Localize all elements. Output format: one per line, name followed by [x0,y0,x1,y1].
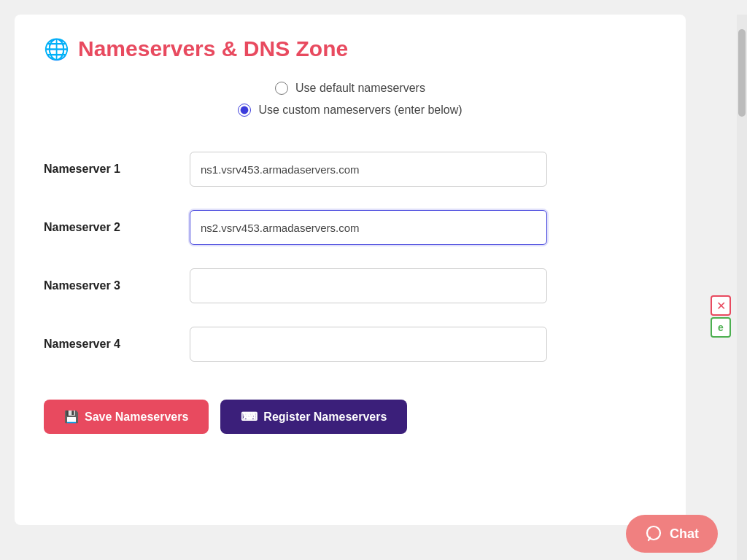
save-icon: 💾 [64,410,79,424]
radio-custom-input[interactable] [238,104,251,117]
globe-icon: 🌐 [44,37,69,61]
register-icon: ⌨ [241,410,258,424]
radio-group: Use default nameservers Use custom names… [44,82,657,117]
nameserver2-input[interactable] [190,210,547,245]
nameserver2-label: Nameserver 2 [44,221,190,234]
close-side-icon[interactable]: ✕ [711,295,731,316]
x-icon: ✕ [716,299,726,313]
nameserver4-label: Nameserver 4 [44,338,190,351]
save-nameservers-button[interactable]: 💾 Save Nameservers [44,400,209,434]
nameserver3-row: Nameserver 3 [44,257,657,315]
scrollbar[interactable]: ▼ [737,15,747,560]
save-button-label: Save Nameservers [85,411,188,424]
nameserver1-input[interactable] [190,152,547,187]
e-side-icon[interactable]: e [711,317,731,338]
register-button-label: Register Nameservers [263,411,387,424]
nameserver2-row: Nameserver 2 [44,198,657,257]
radio-default-label: Use default nameservers [295,82,425,95]
action-buttons: 💾 Save Nameservers ⌨ Register Nameserver… [44,400,657,434]
radio-default-nameservers[interactable]: Use default nameservers [275,82,425,95]
scrollbar-thumb[interactable] [738,29,746,117]
chat-svg-icon [645,525,662,542]
e-icon: e [718,322,724,333]
radio-custom-nameservers[interactable]: Use custom nameservers (enter below) [238,104,462,117]
nameserver1-row: Nameserver 1 [44,140,657,198]
side-icons-panel: ✕ e [711,295,731,338]
page-title-section: 🌐 Nameservers & DNS Zone [44,36,657,61]
radio-custom-label: Use custom nameservers (enter below) [258,104,462,117]
nameserver3-label: Nameserver 3 [44,279,190,292]
register-nameservers-button[interactable]: ⌨ Register Nameservers [220,400,407,434]
nameserver4-input[interactable] [190,327,547,362]
chat-label: Chat [670,526,699,542]
page-title: Nameservers & DNS Zone [78,36,348,61]
radio-default-input[interactable] [275,82,288,95]
chat-bubble-icon [645,525,662,542]
nameserver3-input[interactable] [190,268,547,303]
nameserver1-label: Nameserver 1 [44,163,190,176]
nameserver-form: Nameserver 1 Nameserver 2 Nameserver 3 N… [44,140,657,373]
nameserver4-row: Nameserver 4 [44,315,657,373]
main-card: 🌐 Nameservers & DNS Zone Use default nam… [15,15,686,525]
chat-button[interactable]: Chat [626,515,718,553]
